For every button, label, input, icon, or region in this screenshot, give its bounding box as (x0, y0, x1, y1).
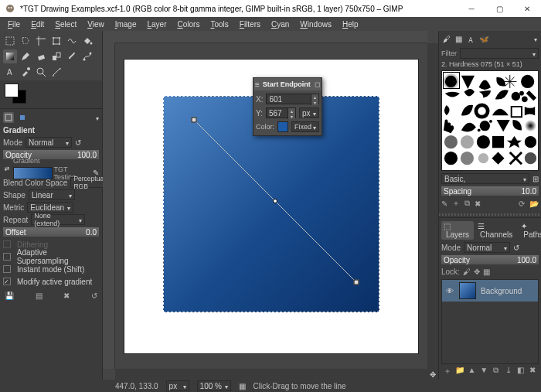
layer-new-icon[interactable]: ＋ (443, 366, 452, 377)
mode-select[interactable]: Normal (26, 137, 72, 148)
lock-pixels-icon[interactable]: 🖌 (463, 268, 471, 276)
tool-options-menu-button[interactable] (94, 114, 99, 122)
patterns-tab-icon[interactable]: ▦ (455, 35, 462, 46)
menu-file[interactable]: File (3, 19, 25, 30)
layer-up-icon[interactable]: ▲ (467, 366, 476, 377)
layer-row[interactable]: 👁 Background (442, 280, 538, 302)
layer-down-icon[interactable]: ▼ (479, 366, 488, 377)
brushes-tab-icon[interactable]: 🖌 (443, 35, 451, 46)
layer-mode-reset[interactable]: ↺ (513, 244, 519, 252)
delete-tooloptions-icon[interactable]: ✖ (63, 291, 70, 300)
layer-list[interactable]: 👁 Background (441, 279, 539, 364)
adaptive-checkbox[interactable]: Adaptive Supersampling (17, 248, 99, 265)
endpoint-detach-icon[interactable]: ◻ (315, 80, 320, 88)
lock-alpha-icon[interactable]: ▦ (483, 268, 490, 276)
gradient-mid-handle[interactable] (273, 199, 277, 203)
gradient-preview[interactable] (13, 167, 53, 179)
dock-separator[interactable] (439, 213, 541, 216)
layer-duplicate-icon[interactable]: ⧉ (492, 366, 501, 377)
save-tooloptions-icon[interactable]: 💾 (5, 291, 14, 300)
layer-mask-icon[interactable]: ◧ (515, 366, 525, 377)
brush-preset-select[interactable]: Basic, (441, 173, 529, 184)
ruler-corner[interactable] (103, 31, 115, 43)
brush-duplicate-icon[interactable]: ⧉ (464, 199, 470, 208)
shape-select[interactable]: Linear (29, 189, 75, 200)
endpoint-popup[interactable]: ≡ Start Endpoint ◻ X: 601▴▾ Y: 567▴▾ px … (253, 77, 322, 136)
fonts-tab-icon[interactable]: Ａ (467, 35, 475, 46)
menu-select[interactable]: Select (50, 19, 81, 30)
opacity-slider[interactable]: Opacity100.0 (3, 150, 99, 159)
layer-merge-icon[interactable]: ⤓ (504, 366, 513, 377)
menu-tools[interactable]: Tools (206, 19, 233, 30)
offset-slider[interactable]: Offset0.0 (3, 227, 99, 237)
endpoint-grip-icon[interactable]: ≡ (255, 80, 260, 89)
menu-help[interactable]: Help (338, 19, 363, 30)
repeat-select[interactable]: None (extend) (31, 214, 85, 225)
menu-view[interactable]: View (83, 19, 109, 30)
menu-colors[interactable]: Colors (172, 19, 204, 30)
tool-free-select[interactable] (19, 34, 32, 48)
menu-filters[interactable]: Filters (235, 19, 265, 30)
status-zoom-select[interactable]: 100 % (197, 380, 231, 391)
brush-grid-size-icon[interactable]: ⊞ (532, 175, 539, 183)
tool-eraser[interactable] (34, 49, 48, 63)
menu-cyan[interactable]: Cyan (267, 19, 294, 30)
window-close-button[interactable]: ✕ (513, 0, 541, 17)
fg-color-swatch[interactable] (5, 84, 19, 97)
tool-paths[interactable] (80, 49, 94, 63)
filter-input[interactable] (460, 48, 539, 59)
layer-visibility-icon[interactable]: 👁 (445, 287, 454, 295)
brush-delete-icon[interactable]: ✖ (475, 199, 481, 208)
menu-edit[interactable]: Edit (26, 19, 49, 30)
scrollbar-horizontal[interactable] (115, 369, 427, 380)
restore-tooloptions-icon[interactable]: ▤ (36, 291, 43, 300)
brush-grid[interactable] (441, 70, 539, 171)
window-minimize-button[interactable]: ─ (458, 0, 485, 17)
brush-new-icon[interactable]: ＋ (452, 198, 460, 209)
tool-pencil[interactable] (19, 49, 32, 63)
paths-tab[interactable]: ✦ Paths (519, 221, 541, 240)
right-top-menu[interactable] (532, 35, 537, 46)
tool-crop[interactable] (34, 34, 48, 48)
tool-unified-transform[interactable] (49, 34, 63, 48)
scrollbar-vertical[interactable] (427, 43, 438, 369)
menu-layer[interactable]: Layer (142, 19, 171, 30)
spacing-slider[interactable]: Spacing10.0 (441, 186, 539, 196)
brush-edit-icon[interactable]: ✎ (441, 199, 447, 208)
device-status-tab-icon[interactable] (17, 112, 28, 123)
gradient-start-handle[interactable] (192, 117, 197, 122)
mode-reset-button[interactable]: ↺ (75, 138, 81, 147)
layer-thumbnail[interactable] (459, 282, 476, 299)
history-tab-icon[interactable]: 🦋 (479, 35, 488, 46)
tool-clone[interactable] (49, 49, 63, 63)
endpoint-y-input[interactable]: 567▴▾ (266, 107, 296, 118)
ruler-vertical[interactable] (103, 43, 115, 369)
instant-checkbox[interactable]: Instant mode (Shift) (17, 265, 84, 274)
gradient-end-handle[interactable] (354, 279, 359, 285)
layer-delete-icon[interactable]: ✖ (528, 366, 537, 377)
layer-mode-select[interactable]: Normal (464, 242, 510, 253)
tool-rect-select[interactable] (3, 34, 17, 48)
modify-checkbox[interactable]: Modify active gradient (17, 278, 92, 286)
endpoint-x-input[interactable]: 601▴▾ (266, 94, 319, 104)
layer-group-icon[interactable]: 📁 (455, 366, 464, 377)
tool-color-picker[interactable] (19, 65, 32, 79)
color-swatches[interactable] (0, 80, 102, 108)
brush-refresh-icon[interactable]: ⟳ (519, 199, 525, 208)
reset-tooloptions-icon[interactable]: ↺ (91, 291, 97, 300)
tool-gradient[interactable] (3, 49, 17, 63)
status-unit-select[interactable]: px (166, 380, 189, 391)
channels-tab[interactable]: ☰ Channels (475, 221, 517, 240)
brush-open-icon[interactable]: 📂 (529, 199, 539, 208)
menu-windows[interactable]: Windows (295, 19, 336, 30)
menu-image[interactable]: Image (111, 19, 141, 30)
tool-measure[interactable] (49, 65, 63, 79)
layer-opacity-slider[interactable]: Opacity100.0 (441, 255, 539, 264)
window-maximize-button[interactable]: ▢ (485, 0, 513, 17)
tool-zoom[interactable] (34, 65, 48, 79)
gradient-reverse-icon[interactable]: ⇅ (3, 166, 10, 172)
tool-smudge[interactable] (65, 49, 79, 63)
tool-text[interactable]: A (3, 65, 17, 79)
endpoint-color-mode[interactable]: Fixed (291, 121, 319, 132)
tool-warp[interactable] (65, 34, 79, 48)
